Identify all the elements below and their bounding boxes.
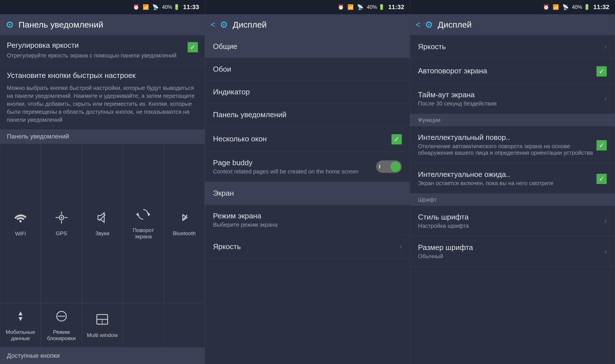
panel-display-detail: < ⚙ Дисплей Яркость › Автоповорот экрана… [410,14,615,364]
back-button-p2[interactable]: < [211,20,215,29]
menu-general-label: Общие [213,42,237,51]
menu-wallpaper-label: Обои [213,65,231,74]
panel1-header: ⚙ Панель уведомлений [0,14,205,35]
menu-item-screenmode[interactable]: Режим экрана Выберите режим экрана [205,205,410,235]
menu-item-pagebuddy[interactable]: Page buddy Context related pages will be… [205,152,410,182]
time-p1: 11:33 [183,3,199,11]
brightness-menu-label: Яркость [213,242,241,251]
detail-font-style[interactable]: Стиль шрифта Настройка шрифта › [410,206,615,236]
brightness-setting[interactable]: Регулировка яркости Отрегулируйте яркост… [0,35,205,65]
block-mode-icon [54,309,69,326]
detail-brightness-chevron-icon: › [604,42,607,51]
multi-window-icon [95,312,109,329]
menu-item-brightness[interactable]: Яркость › [205,235,410,258]
bluetooth-btn-label: Bluetooth [173,230,196,237]
menu-item-general[interactable]: Общие [205,35,410,58]
detail-font-size[interactable]: Размер шрифта Обычный › [410,236,615,267]
brightness-chevron-icon: › [399,242,402,251]
font-style-desc: Настройка шрифта [418,223,604,229]
screen-timeout-chevron-icon: › [604,94,607,103]
screenmode-title: Режим экрана [213,212,402,220]
quick-btn-rotate[interactable]: Поворот экрана [123,144,164,303]
pagebuddy-toggle[interactable]: I [376,160,402,173]
svg-marker-12 [19,317,22,321]
quick-btn-gps[interactable]: GPS [41,144,82,303]
quick-btn-wifi[interactable]: WiFi [0,144,41,303]
mobile-data-label: Мобильные данные [3,329,38,342]
section-font: Шрифт [410,194,615,206]
detail-autorotate-label: Автоповорот экрана [418,67,487,75]
block-mode-label: Режим блокировки [44,329,79,342]
rotate-btn-icon [136,207,150,224]
menu-multiwindow-label: Несколько окон [213,135,267,143]
settings-icon-p3: ⚙ [425,19,433,30]
quick-btn-multi-window[interactable]: Multi window [82,303,123,348]
settings-icon-p1: ⚙ [6,19,14,30]
panel3-header: < ⚙ Дисплей [410,14,615,35]
smart-rotate-title: Интеллектуальный повор.. [418,133,596,142]
font-style-chevron-icon: › [604,216,607,226]
menu-section-screen: Экран [205,182,410,205]
detail-brightness[interactable]: Яркость › [410,35,615,58]
wifi-icon-p3: 📶 [553,4,559,10]
panel3-title: Дисплей [438,20,472,30]
menu-item-wallpaper[interactable]: Обои [205,58,410,81]
font-size-title: Размер шрифта [418,243,604,252]
settings-icon-p2: ⚙ [220,19,228,30]
autorotate-checkbox[interactable]: ✓ [596,66,607,76]
smart-rotate-desc: Отключение автоматического поворота экра… [418,143,596,156]
panel1-title: Панель уведомлений [19,20,103,30]
menu-screen-label: Экран [213,189,234,198]
alarm-icon-p1: ⏰ [133,4,139,10]
panel-notification: ⚙ Панель уведомлений Регулировка яркости… [0,14,205,364]
battery-percent-p1: 40% [162,4,172,10]
brightness-desc: Отрегулируйте яркость экрана с помощью п… [7,51,188,59]
svg-marker-9 [136,212,138,216]
wifi-btn-icon [13,210,28,228]
wifi-icon-p2: 📶 [347,4,354,10]
screen-timeout-desc: После 30 секунд бездействия [418,100,604,107]
quick-setup-title: Установите кнопки быстрых настроек [7,71,136,80]
detail-screen-timeout[interactable]: Тайм-аут экрана После 30 секунд бездейст… [410,84,615,114]
multiwindow-checkbox[interactable]: ✓ [391,134,402,144]
panel1-content: Регулировка яркости Отрегулируйте яркост… [0,35,205,364]
multi-window-label: Multi window [87,332,118,338]
smart-rotate-checkbox[interactable]: ✓ [596,140,607,150]
svg-marker-6 [98,213,104,222]
smart-stay-desc: Экран остается включен, пока вы на него … [418,180,596,187]
smart-stay-checkbox[interactable]: ✓ [596,174,607,184]
detail-smart-rotate[interactable]: Интеллектуальный повор.. Отключение авто… [410,126,615,163]
font-size-chevron-icon: › [604,247,607,256]
sound-btn-label: Звуки [95,230,110,237]
quick-btn-mobile-data[interactable]: Мобильные данные [0,303,41,348]
menu-item-multiwindow[interactable]: Несколько окон ✓ [205,126,410,152]
main-content: ⚙ Панель уведомлений Регулировка яркости… [0,14,615,364]
menu-notif-label: Панель уведомлений [213,110,286,119]
available-buttons-label: Доступные кнопки [0,348,205,364]
toggle-knob [390,162,401,172]
detail-smart-stay[interactable]: Интеллектуальное ожида.. Экран остается … [410,163,615,194]
menu-item-indicator[interactable]: Индикатор [205,81,410,104]
battery-p3: 40% 🔋 [572,4,590,10]
quick-btn-sound[interactable]: Звуки [82,144,123,303]
svg-marker-11 [19,311,22,315]
quick-buttons-section-header: Панель уведомлений [0,129,205,144]
quick-btn-bluetooth[interactable]: Bluetooth [164,144,205,303]
battery-p1: 40% 🔋 [162,4,180,10]
menu-item-notif-panel[interactable]: Панель уведомлений [205,104,410,126]
quick-btn-empty1 [123,303,164,348]
gps-btn-icon [54,210,69,228]
alarm-icon-p2: ⏰ [338,4,344,10]
brightness-checkbox[interactable]: ✓ [188,42,198,52]
wifi-icon-p1: 📶 [143,4,149,10]
rotate-btn-label: Поворот экрана [126,227,161,240]
wifi-btn-label: WiFi [15,231,26,237]
detail-autorotate[interactable]: Автоповорот экрана ✓ [410,58,615,84]
screenmode-desc: Выберите режим экрана [213,222,402,228]
quick-settings-setup: Установите кнопки быстрых настроек Можно… [0,65,205,129]
quick-btn-block-mode[interactable]: Режим блокировки [41,303,82,348]
panel2-header: < ⚙ Дисплей [205,14,410,35]
brightness-title: Регулировка яркости [7,41,188,50]
bluetooth-btn-icon [177,210,191,228]
back-button-p3[interactable]: < [416,20,420,29]
